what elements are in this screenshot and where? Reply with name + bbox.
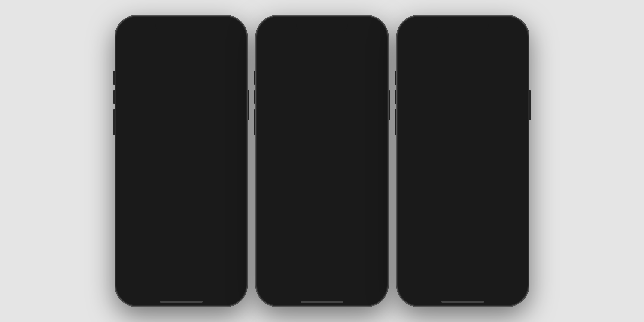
trend-location-4: Trending in Chattanooga [267,249,377,254]
back-arrow-icon-2: ‹ [267,41,269,46]
retweet-icon-n1[interactable]: 🔁 [459,188,466,194]
nav-back-3[interactable]: ‹ Search [408,41,426,46]
notif-tabs: All Mentions [402,68,523,86]
battery-icon: ▓ [228,27,231,32]
status-bar-1: 8:18 ▲ ▌▌▌ ▲ ▓ [121,21,242,36]
tab-mentions[interactable]: Mentions [463,68,523,86]
notif-handle-1: @morrowgl · 4m [461,92,498,98]
like-icon-1[interactable]: ♡ [194,172,199,179]
like-text-2: Also would be epic. twitter.com/rmle/sta… [428,240,518,252]
wrestling-banner: Wrestling · 1 hour ago Nikki Bella annou… [261,85,383,154]
promoted-label: ⬆ Promoted by Apple [267,237,377,242]
status-bar-3: 8:18 ▲ ▌▌▌ ▲ ▓ [402,21,523,36]
notifications-header: Notifications ⚙ [402,51,523,68]
notif-link-1[interactable]: bit.ly/2Yn1SX9 [441,107,475,113]
reply-icon-1[interactable]: 💬 [137,172,144,179]
fab-button-2[interactable]: ✦ [355,256,374,275]
like-icon-n1[interactable]: ♡ [482,188,488,194]
notif-avatar-1: 👤 [408,91,424,106]
notif-text-1: What's the best note-taking app for the … [427,99,517,121]
trend-item-3[interactable]: #AppleEvent 🍏 Watch live at 10 a.m. PT ⬆… [267,222,377,246]
tab-news[interactable]: News [291,69,313,85]
notif-chevron-1[interactable]: ⌄ [512,91,517,98]
svg-point-0 [347,89,362,106]
trend-image-2 [355,197,377,219]
trend-item-1[interactable]: Trending in USA Scott Walker Trending wi… [267,170,377,194]
heart-icon-2: ♥ [408,235,413,245]
share-icon-1[interactable]: ⬆ [220,172,225,179]
share-icon-n1[interactable]: ⬆ [504,188,509,194]
phone-1: 8:18 ▲ ▌▌▌ ▲ ▓ ‹ Search Latest Tweets ✦ [115,15,248,307]
like-name-1: Adam Bodine liked 2 of your Tweets [428,203,518,209]
status-icons-2: ▌▌▌ ▲ ▓ [352,27,372,32]
nav-back-1[interactable]: ‹ Search [127,41,144,46]
search-nav-icon-2[interactable]: ⌕ [303,280,308,290]
search-nav-icon-1[interactable]: ⌕ [162,280,167,290]
home-nav-icon-1[interactable]: ⌂ [137,280,142,290]
notif-name-1: jerry morrow [427,92,459,98]
like-text-1: Also would be epic. twitter.com/rmlewisu… [428,209,518,221]
messages-nav-icon-1[interactable]: ✉ [218,280,225,291]
search-nav-icon-3[interactable]: ⌕ [444,280,449,290]
status-bar-2: 8:18 ▲ ▌▌▌ ▲ ▓ [261,21,383,36]
phone2-power-button [389,90,390,120]
back-arrow-icon-3: ‹ [408,41,410,46]
signal-icon-3: ▌▌▌ [493,27,502,32]
tweet-name-2: Apple ✓ [140,188,161,194]
explore-tabs: For you News Sports Fun Entertainment [261,69,383,85]
tab-all[interactable]: All [402,68,463,86]
tweet-chevron-2[interactable]: ⌄ [231,188,236,194]
phone3-volume-down [395,90,396,104]
tab-entertainment[interactable]: Entertainment [356,69,383,85]
retweet-icon-1[interactable]: 🔁 [165,172,173,179]
notifications-title: Notifications [442,55,484,63]
reply-icon-n1[interactable]: 💬 [435,188,443,194]
trend-name-1: Scott Walker [267,178,328,185]
tab-for-you[interactable]: For you [261,69,291,85]
tweet-link-1[interactable]: 9to5toys.com/2019/03/25/sch… [146,103,218,109]
fab-button-1[interactable]: ✦ [214,256,233,275]
trend-item-2[interactable]: In memoriam Experimental pop star Scott … [267,194,377,222]
sparkle-icon[interactable]: ✦ [229,55,236,64]
search-bar[interactable]: 🔍 Search Twitter [282,54,368,66]
nav-back-2[interactable]: ‹ Search [267,41,285,46]
settings-icon[interactable]: ⚙ [371,56,377,64]
show-all-link[interactable]: Show all [428,221,518,227]
wrestling-text: Wrestling · 1 hour ago Nikki Bella annou… [267,125,383,148]
like-content-1: Adam Bodine liked 2 of your Tweets Also … [428,203,518,227]
home-nav-icon-2[interactable]: ⌂ [277,280,283,290]
wrestling-headline: Nikki Bella announces retirement from WW… [267,131,383,148]
bottom-nav-1: ⌂ ⌕ 🔔 ✉ [127,273,236,295]
status-icons-1: ▌▌▌ ▲ ▓ [212,27,231,32]
trend-name-3: #AppleEvent 🍏 [267,226,377,233]
notif-item-1: 👤 jerry morrow @morrowgl · 4m ⌄ What's t… [402,86,523,199]
tweet-chevron-1[interactable]: ⌄ [231,72,236,79]
notifications-nav-icon-1[interactable]: 🔔 [188,280,198,291]
nav-bar-3: ‹ Search [402,36,523,51]
notif-via-1[interactable]: @bradleychambers [427,114,472,120]
like-notif-2: ♥ Luke Anders liked your Tweet Also woul… [402,231,523,256]
status-time-2: 8:18 ▲ [272,27,289,33]
wifi-icon-2: ▲ [363,27,368,32]
phone3-silent-switch [395,109,396,135]
notifications-nav-icon-2[interactable]: 🔔 [328,280,339,291]
notif-actions-1: 💬 🔁 ♡ ⬆ [427,188,517,194]
settings-icon-3[interactable]: ⚙ [511,55,517,64]
fab-button-3[interactable]: ✦ [496,256,515,275]
trends-section: Trends for you Trending in USA Scott Wal… [261,154,383,267]
trend-location-1: Trending in USA [267,173,328,178]
home-nav-icon-3[interactable]: ⌂ [418,280,423,290]
bottom-nav-2: ⌂ ⌕ 🔔 ✉ [267,273,377,295]
phone-screen-2: 8:18 ▲ ▌▌▌ ▲ ▓ ‹ Search 🔍 Search [261,21,383,301]
notif-card-text: What's the best note-taking app for the … [427,168,517,180]
notifications-nav-icon-3[interactable]: 🔔 [469,280,480,291]
tab-fun[interactable]: Fun [338,69,356,85]
nav-bar-2: ‹ Search [261,36,383,51]
tweets-header: Latest Tweets ✦ [121,51,242,68]
messages-nav-icon-3[interactable]: ✉ [500,280,507,291]
messages-nav-icon-2[interactable]: ✉ [359,280,366,291]
tweet-text-2: It's show time. Tune in today at 10 a.m.… [140,196,236,218]
tab-sports[interactable]: Sports [313,69,338,85]
wifi-icon: ▲ [222,27,227,32]
promoted-text: Promoted by Apple [272,237,309,242]
